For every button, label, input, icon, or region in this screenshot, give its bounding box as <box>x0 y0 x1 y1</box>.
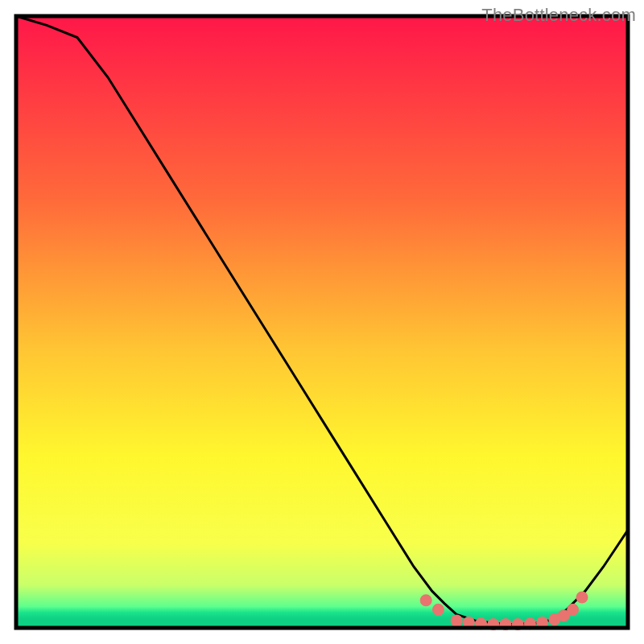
chart-marker <box>567 604 579 616</box>
chart-marker <box>420 594 432 606</box>
chart-background <box>16 16 628 628</box>
chart-marker <box>576 592 588 604</box>
chart-svg <box>0 0 644 644</box>
chart-container: TheBottleneck.com <box>0 0 644 644</box>
chart-marker <box>432 604 444 616</box>
branding-watermark: TheBottleneck.com <box>481 5 636 26</box>
chart-marker <box>451 614 463 626</box>
